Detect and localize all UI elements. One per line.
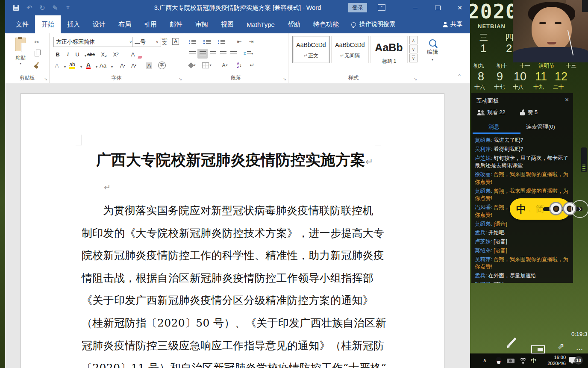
- styles-scroll-up-button[interactable]: ∧: [409, 36, 417, 44]
- side-scrollbar[interactable]: [581, 147, 587, 172]
- paragraph-dialog-launcher[interactable]: ↘: [283, 77, 286, 81]
- style-card[interactable]: AaBbCcDd ↵无间隔: [331, 36, 369, 63]
- quick-access-customize-button[interactable]: ▽: [62, 0, 74, 15]
- tab-mic-management[interactable]: 连麦管理(0): [526, 123, 555, 131]
- distribute-button[interactable]: [228, 49, 238, 59]
- ribbon-tab[interactable]: MathType: [240, 15, 281, 33]
- ribbon-tab[interactable]: 帮助: [281, 15, 307, 33]
- styles-gallery-more-button[interactable]: ∨: [409, 54, 417, 62]
- show-marks-button[interactable]: ↵: [247, 60, 257, 70]
- justify-button[interactable]: [218, 49, 228, 59]
- line-spacing-button[interactable]: ⇕▾: [243, 49, 253, 59]
- clipboard-dialog-launcher[interactable]: ↘: [44, 77, 47, 81]
- align-center-button[interactable]: [197, 49, 208, 59]
- numbered-list-button[interactable]: [202, 37, 212, 47]
- styles-dialog-launcher[interactable]: ↘: [414, 77, 417, 81]
- ribbon-tab[interactable]: 文件: [9, 15, 35, 33]
- close-button[interactable]: ✕: [450, 0, 469, 15]
- bullet-list-button[interactable]: [187, 37, 197, 47]
- ribbon-tab[interactable]: 开始: [35, 15, 61, 33]
- taskbar-overflow-button[interactable]: ∧: [483, 357, 487, 363]
- grow-font-button[interactable]: A▴: [118, 61, 128, 70]
- enclose-characters-button[interactable]: 字: [157, 61, 167, 70]
- styles-scroll-down-button[interactable]: ∨: [409, 45, 417, 53]
- increase-indent-button[interactable]: ⇥: [246, 37, 256, 47]
- expand-icon[interactable]: ⇗: [557, 341, 564, 351]
- bold-button[interactable]: B: [53, 50, 63, 59]
- undo-button[interactable]: ↶: [23, 0, 36, 15]
- ribbon-tab[interactable]: 设计: [86, 15, 112, 33]
- document-page[interactable]: 广西大专院校新冠肺炎疫情防控实施方案↵ ↵ 为贯彻落实国务院应对新型冠状病毒肺炎…: [21, 93, 444, 368]
- recorder-tray-icon[interactable]: [507, 359, 514, 363]
- paragraph-group: ⇤ ⇥ ⇕▾ ▾ ▾ A▾ AZ ↓ ↵ 段落 ↘: [184, 33, 288, 83]
- document-line: 冠肺炎疫情防控三级应急响应工作指导意见的通知》（桂新冠防: [82, 335, 398, 357]
- calendar-date: 10: [514, 70, 526, 83]
- font-size-combo[interactable]: 二号 ∨: [132, 37, 161, 47]
- collapse-ribbon-button[interactable]: ⌃: [457, 74, 462, 79]
- italic-button[interactable]: I: [63, 50, 73, 59]
- pencil-annotate-icon[interactable]: [508, 337, 517, 346]
- qq-tray-icon[interactable]: [496, 357, 502, 364]
- ime-status-popup[interactable]: 中 、 简: [510, 198, 570, 220]
- ime-language-toggle[interactable]: 中: [516, 203, 526, 216]
- ribbon-tab[interactable]: 审阅: [189, 15, 215, 33]
- save-button[interactable]: [9, 0, 22, 15]
- clear-formatting-button[interactable]: A: [128, 50, 138, 59]
- multilevel-list-button[interactable]: [216, 37, 226, 47]
- tell-me-search[interactable]: 操作说明搜索: [351, 15, 395, 33]
- likes-count: 赞 5: [528, 109, 538, 116]
- minimize-button[interactable]: ─: [406, 0, 425, 15]
- editing-button[interactable]: 编辑 ▾: [422, 36, 443, 74]
- taskbar-ime-indicator[interactable]: 中: [531, 357, 536, 365]
- style-card[interactable]: AaBbCcDd ↵正文: [292, 36, 330, 63]
- ribbon-tab[interactable]: 引用: [138, 15, 163, 33]
- phonetic-guide-button[interactable]: wén文: [159, 37, 170, 46]
- paste-button[interactable]: 粘贴 ▾: [10, 36, 31, 73]
- ink-button[interactable]: ✎: [49, 0, 62, 15]
- font-family-combo[interactable]: 方正小标宋简体 ∨: [53, 37, 135, 47]
- more-options-icon[interactable]: ⋯: [576, 345, 583, 353]
- editing-label: 编辑: [422, 48, 443, 56]
- ribbon-display-options-button[interactable]: ⌃: [378, 4, 385, 11]
- change-case-dropdown[interactable]: ▾: [107, 62, 117, 71]
- maximize-button[interactable]: [428, 0, 447, 15]
- cut-button[interactable]: ✂: [32, 37, 42, 47]
- copy-button[interactable]: [32, 49, 42, 59]
- webcam-minimize-button[interactable]: ─: [582, 3, 588, 9]
- font-dialog-launcher[interactable]: ↘: [179, 77, 182, 81]
- subscript-button[interactable]: X₂: [99, 50, 109, 59]
- ribbon-tab[interactable]: 视图: [215, 15, 240, 33]
- panel-close-button[interactable]: ×: [565, 96, 569, 103]
- character-border-button[interactable]: A: [171, 37, 181, 46]
- ribbon-tab[interactable]: 布局: [112, 15, 138, 33]
- shading-button[interactable]: ▾: [187, 60, 197, 70]
- align-right-button[interactable]: [208, 49, 218, 59]
- chat-text: [语音]: [494, 221, 507, 227]
- strikethrough-button[interactable]: abc: [86, 50, 96, 59]
- character-shading-button[interactable]: A: [144, 61, 154, 70]
- calendar-lunar-label: 十六: [474, 84, 485, 91]
- style-card[interactable]: AaBb 标题 1: [370, 36, 408, 63]
- format-painter-button[interactable]: [32, 60, 42, 70]
- shrink-font-button[interactable]: A▾: [129, 61, 139, 70]
- asian-layout-button[interactable]: A▾: [220, 60, 230, 70]
- share-button[interactable]: 共享: [443, 15, 462, 33]
- borders-button[interactable]: ▾: [202, 60, 212, 70]
- decrease-indent-button[interactable]: ⇤: [234, 37, 244, 47]
- superscript-button[interactable]: X²: [111, 50, 121, 59]
- wifi-icon[interactable]: [519, 358, 527, 365]
- taskbar-time: 16:00: [538, 354, 566, 360]
- style-name: 标题 1: [370, 58, 407, 65]
- ribbon-tab[interactable]: 特色功能: [307, 15, 345, 33]
- next-page-button[interactable]: ›: [571, 200, 588, 218]
- ribbon-tab[interactable]: 插入: [61, 15, 86, 33]
- tab-messages[interactable]: 消息: [488, 123, 500, 131]
- redo-button[interactable]: ↻: [36, 0, 49, 15]
- align-left-button[interactable]: [187, 49, 197, 59]
- ribbon-tab[interactable]: 邮件: [163, 15, 189, 33]
- login-button[interactable]: 登录: [348, 3, 367, 12]
- picture-in-picture-icon[interactable]: [531, 345, 545, 354]
- taskbar-clock[interactable]: 16:00 2020/4/6: [538, 354, 566, 366]
- sort-button[interactable]: AZ ↓: [234, 60, 244, 70]
- document-line: 院校新冠肺炎疫情防控工作的科学性、精准性，助力新冠肺炎疫: [82, 244, 398, 267]
